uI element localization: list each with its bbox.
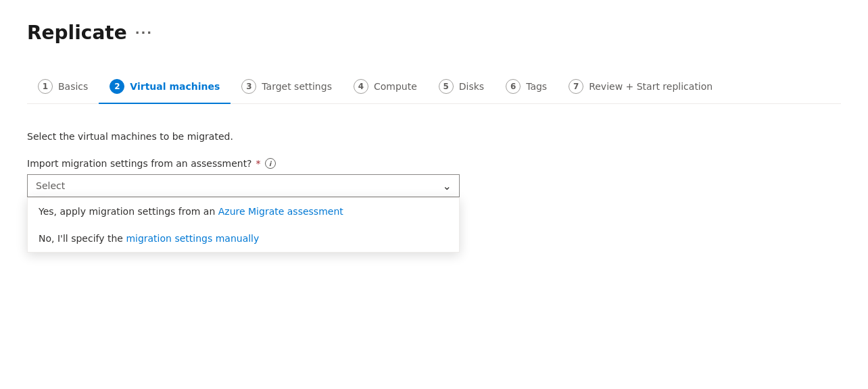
info-icon[interactable]: i — [265, 158, 276, 169]
dropdown-menu: Yes, apply migration settings from an Az… — [27, 197, 460, 253]
step-virtual-machines[interactable]: 2 Virtual machines — [99, 71, 231, 103]
description-text: Select the virtual machines to be migrat… — [27, 131, 841, 142]
select-container: Select ⌄ Yes, apply migration settings f… — [27, 174, 460, 197]
step-review[interactable]: 7 Review + Start replication — [558, 71, 723, 103]
step-5-label: Disks — [459, 81, 484, 92]
step-2-circle: 2 — [110, 79, 124, 94]
select-dropdown[interactable]: Select ⌄ — [27, 174, 460, 197]
step-1-circle: 1 — [38, 79, 53, 94]
required-star: * — [256, 158, 261, 169]
step-4-label: Compute — [374, 81, 417, 92]
step-3-circle: 3 — [241, 79, 256, 94]
option-no-link: migration settings manually — [126, 233, 259, 244]
step-7-circle: 7 — [569, 79, 583, 94]
more-options-button[interactable]: ··· — [135, 26, 153, 40]
step-basics[interactable]: 1 Basics — [27, 71, 99, 103]
page-title: Replicate — [27, 22, 127, 44]
select-placeholder: Select — [36, 180, 65, 191]
step-6-circle: 6 — [506, 79, 521, 94]
step-7-label: Review + Start replication — [589, 81, 713, 92]
page-container: Replicate ··· 1 Basics 2 Virtual machine… — [0, 0, 868, 224]
step-6-label: Tags — [526, 81, 547, 92]
content-area: Select the virtual machines to be migrat… — [27, 126, 841, 203]
field-label-row: Import migration settings from an assess… — [27, 158, 841, 169]
title-row: Replicate ··· — [27, 22, 841, 44]
field-label-text: Import migration settings from an assess… — [27, 158, 252, 169]
step-1-label: Basics — [58, 81, 88, 92]
option-yes-prefix: Yes, apply migration settings from an — [39, 206, 218, 217]
step-4-circle: 4 — [354, 79, 368, 94]
dropdown-item-no[interactable]: No, I'll specify the migration settings … — [28, 225, 459, 252]
step-3-label: Target settings — [262, 81, 332, 92]
step-2-label: Virtual machines — [130, 81, 220, 92]
option-no-prefix: No, I'll specify the — [39, 233, 126, 244]
step-tags[interactable]: 6 Tags — [495, 71, 558, 103]
step-target-settings[interactable]: 3 Target settings — [231, 71, 343, 103]
option-yes-link: Azure Migrate assessment — [218, 206, 343, 217]
step-disks[interactable]: 5 Disks — [428, 71, 495, 103]
step-compute[interactable]: 4 Compute — [343, 71, 428, 103]
dropdown-item-yes[interactable]: Yes, apply migration settings from an Az… — [28, 198, 459, 225]
wizard-steps: 1 Basics 2 Virtual machines 3 Target set… — [27, 71, 841, 104]
chevron-down-icon: ⌄ — [443, 180, 452, 192]
step-5-circle: 5 — [439, 79, 454, 94]
